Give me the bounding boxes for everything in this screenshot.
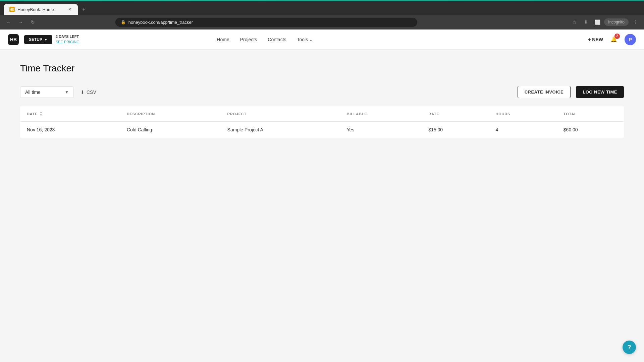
col-billable: BILLABLE — [340, 106, 422, 122]
setup-label: SETUP — [29, 37, 42, 42]
time-entries-table: DATE ▲ ▼ DESCRIPTION PROJECT — [20, 106, 624, 138]
cell-billable: Yes — [340, 122, 422, 138]
tab-close-button[interactable]: ✕ — [67, 7, 72, 12]
csv-export-button[interactable]: ⬇ CSV — [79, 87, 98, 98]
address-bar-row: ← → ↻ 🔒 honeybook.com/app/time_tracker ☆… — [0, 15, 644, 29]
lock-icon: 🔒 — [121, 20, 126, 24]
new-button-label: + NEW — [588, 37, 603, 42]
tools-chevron-icon: ⌄ — [309, 37, 313, 42]
cell-hours: 4 — [489, 122, 556, 138]
table-row[interactable]: Nov 16, 2023 Cold Calling Sample Project… — [20, 122, 624, 138]
browser-actions: ☆ ⬇ ⬜ Incognito ⋮ — [570, 17, 640, 27]
hb-logo-icon: HB — [8, 34, 19, 45]
extensions-icon[interactable]: ⬜ — [593, 17, 602, 27]
cell-total: $60.00 — [557, 122, 624, 138]
notification-badge: 2 — [614, 34, 620, 39]
back-button[interactable]: ← — [4, 17, 13, 27]
main-content: Time Tracker All time ▼ ⬇ CSV CREATE INV… — [0, 50, 644, 151]
trial-info: 2 DAYS LEFT SEE PRICING — [56, 35, 79, 45]
cell-date: Nov 16, 2023 — [20, 122, 120, 138]
col-rate: RATE — [422, 106, 489, 122]
project-column-label: PROJECT — [227, 112, 247, 116]
nav-home[interactable]: Home — [217, 37, 229, 42]
download-csv-icon: ⬇ — [80, 89, 85, 95]
browser-top-bar: HB HoneyBook: Home ✕ + — [0, 1, 644, 15]
time-entries-table-container: DATE ▲ ▼ DESCRIPTION PROJECT — [20, 106, 624, 138]
help-button[interactable]: ? — [623, 341, 636, 354]
nav-tools[interactable]: Tools ⌄ — [297, 37, 314, 42]
setup-arrow-icon: ► — [44, 38, 48, 41]
page-title: Time Tracker — [20, 63, 624, 74]
forward-button[interactable]: → — [16, 17, 25, 27]
setup-button[interactable]: SETUP ► — [24, 35, 52, 44]
tab-title: HoneyBook: Home — [17, 7, 64, 12]
nav-right: + NEW 🔔 2 P — [588, 34, 636, 45]
table-body: Nov 16, 2023 Cold Calling Sample Project… — [20, 122, 624, 138]
nav-contacts[interactable]: Contacts — [268, 37, 286, 42]
address-bar[interactable]: 🔒 honeybook.com/app/time_tracker — [115, 18, 417, 27]
filter-value: All time — [25, 89, 41, 95]
col-total: TOTAL — [557, 106, 624, 122]
billable-column-label: BILLABLE — [347, 112, 367, 116]
avatar[interactable]: P — [625, 34, 636, 45]
hb-logo: HB — [8, 34, 19, 45]
chevron-down-icon: ▼ — [65, 90, 69, 95]
table-header: DATE ▲ ▼ DESCRIPTION PROJECT — [20, 106, 624, 122]
description-column-label: DESCRIPTION — [127, 112, 155, 116]
browser-chrome: HB HoneyBook: Home ✕ + ← → ↻ 🔒 honeybook… — [0, 0, 644, 29]
nav-tools-label: Tools — [297, 37, 308, 42]
log-new-time-button[interactable]: LOG NEW TIME — [576, 86, 624, 98]
bookmark-icon[interactable]: ☆ — [570, 17, 579, 27]
see-pricing-link[interactable]: SEE PRICING — [56, 40, 79, 44]
incognito-indicator: Incognito — [604, 18, 629, 26]
total-column-label: TOTAL — [564, 112, 577, 116]
hours-column-label: HOURS — [495, 112, 510, 116]
nav-links: Home Projects Contacts Tools ⌄ — [217, 37, 313, 42]
menu-icon[interactable]: ⋮ — [631, 17, 640, 27]
col-hours: HOURS — [489, 106, 556, 122]
tab-favicon: HB — [9, 7, 15, 12]
col-date[interactable]: DATE ▲ ▼ — [20, 106, 120, 122]
rate-column-label: RATE — [428, 112, 439, 116]
sort-icon: ▲ ▼ — [40, 111, 43, 117]
app-nav: HB SETUP ► 2 DAYS LEFT SEE PRICING Home … — [0, 29, 644, 50]
cell-description: Cold Calling — [120, 122, 221, 138]
address-text: honeybook.com/app/time_tracker — [128, 20, 412, 25]
toolbar: All time ▼ ⬇ CSV CREATE INVOICE LOG NEW … — [20, 86, 624, 98]
refresh-button[interactable]: ↻ — [28, 17, 38, 27]
nav-projects[interactable]: Projects — [240, 37, 257, 42]
browser-tab[interactable]: HB HoneyBook: Home ✕ — [4, 4, 78, 15]
time-filter-dropdown[interactable]: All time ▼ — [20, 86, 74, 98]
col-project: PROJECT — [221, 106, 340, 122]
notifications-button[interactable]: 🔔 2 — [608, 34, 619, 45]
app-wrapper: HB SETUP ► 2 DAYS LEFT SEE PRICING Home … — [0, 29, 644, 358]
new-button[interactable]: + NEW — [588, 37, 603, 42]
download-icon[interactable]: ⬇ — [581, 17, 591, 27]
cell-project: Sample Project A — [221, 122, 340, 138]
date-column-label: DATE — [27, 112, 38, 116]
create-invoice-button[interactable]: CREATE INVOICE — [518, 86, 571, 98]
days-left-text: 2 DAYS LEFT — [56, 35, 79, 39]
new-tab-button[interactable]: + — [79, 5, 89, 14]
csv-label: CSV — [87, 89, 96, 95]
cell-rate: $15.00 — [422, 122, 489, 138]
col-description: DESCRIPTION — [120, 106, 221, 122]
